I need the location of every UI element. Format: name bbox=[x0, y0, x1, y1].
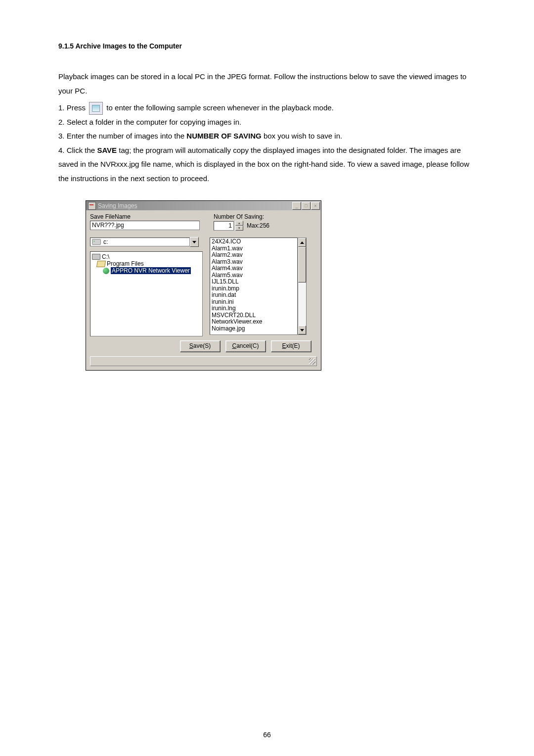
number-of-saving-label: Number Of Saving: bbox=[214, 213, 317, 220]
spinner-up-icon[interactable]: ▴ bbox=[235, 221, 243, 226]
list-item[interactable]: 24X24.ICO bbox=[212, 238, 296, 245]
dialog-title: Saving Images bbox=[98, 202, 292, 209]
list-item[interactable]: IJL15.DLL bbox=[212, 279, 296, 285]
tree-label-c: C:\ bbox=[102, 253, 109, 260]
step4-text-a: 4. Click the bbox=[58, 146, 97, 154]
step3-text-b: box you wish to save in. bbox=[262, 132, 342, 140]
intro-text: Playback images can be stored in a local… bbox=[58, 70, 476, 98]
step1-text-b: to enter the following sample screen whe… bbox=[106, 103, 333, 112]
tree-item-program-files[interactable]: Program Files bbox=[92, 260, 201, 267]
step3: 3. Enter the number of images into the N… bbox=[58, 129, 476, 143]
file-list-panel: 24X24.ICO Alarm1.wav Alarm2.wav Alarm3.w… bbox=[210, 237, 307, 335]
list-item[interactable]: Alarm4.wav bbox=[212, 265, 296, 272]
scroll-up-button[interactable] bbox=[298, 238, 306, 247]
app-icon bbox=[88, 202, 96, 210]
exit-button[interactable]: Exit(E) bbox=[271, 340, 312, 352]
drive-icon bbox=[92, 239, 101, 245]
tree-label-pf: Program Files bbox=[107, 260, 144, 267]
chevron-down-icon bbox=[192, 241, 196, 243]
list-item[interactable]: irunin.lng bbox=[212, 305, 296, 312]
file-list-scrollbar[interactable] bbox=[298, 237, 307, 335]
list-item[interactable]: irunin.ini bbox=[212, 299, 296, 306]
save-filename-label: Save FileName bbox=[90, 213, 207, 220]
step3-bold: NUMBER OF SAVING bbox=[186, 132, 261, 140]
step2: 2. Select a folder in the computer for c… bbox=[58, 115, 476, 130]
list-item[interactable]: Alarm3.wav bbox=[212, 259, 296, 266]
list-item[interactable]: NetworkViewer.exe bbox=[212, 319, 296, 326]
max-label: Max:256 bbox=[247, 222, 269, 229]
list-item[interactable]: Alarm1.wav bbox=[212, 245, 296, 252]
resize-grip-icon[interactable] bbox=[309, 358, 315, 365]
step1-text-a: 1. Press bbox=[58, 103, 88, 112]
spinner-down-icon[interactable]: ▾ bbox=[235, 226, 243, 231]
save-filename-input[interactable]: NVR???.jpg bbox=[90, 221, 200, 230]
file-list[interactable]: 24X24.ICO Alarm1.wav Alarm2.wav Alarm3.w… bbox=[210, 237, 298, 335]
step1: 1. Press to enter the following sample s… bbox=[58, 101, 476, 115]
list-item[interactable]: Noimage.jpg bbox=[212, 326, 296, 332]
tree-item-c[interactable]: C:\ bbox=[92, 253, 201, 260]
step4-bold: SAVE bbox=[97, 146, 117, 154]
step3-text-a: 3. Enter the number of images into the bbox=[58, 132, 186, 140]
list-item[interactable]: irunin.dat bbox=[212, 292, 296, 299]
step4-text-b: tag; the program will automatically copy… bbox=[58, 146, 469, 183]
save-tool-icon bbox=[89, 102, 103, 115]
close-button[interactable]: × bbox=[311, 202, 320, 210]
list-item[interactable]: irunin.bmp bbox=[212, 285, 296, 292]
folder-tree[interactable]: C:\ Program Files APPRO NVR Network View… bbox=[90, 251, 203, 336]
step4: 4. Click the SAVE tag; the program will … bbox=[58, 143, 476, 186]
intro-paragraph: Playback images can be stored in a local… bbox=[58, 70, 476, 98]
list-item[interactable]: Alarm2.wav bbox=[212, 252, 296, 259]
scroll-down-button[interactable] bbox=[298, 326, 306, 334]
dialog-titlebar: Saving Images _ □ × bbox=[86, 201, 321, 210]
tree-item-appro-selected[interactable]: APPRO NVR Network Viewer bbox=[92, 267, 201, 274]
scroll-track[interactable] bbox=[298, 247, 306, 326]
number-spinner[interactable]: ▴ ▾ bbox=[235, 221, 243, 231]
hdd-icon bbox=[92, 254, 100, 260]
drive-dropdown-button[interactable] bbox=[190, 237, 199, 247]
number-of-saving-input[interactable]: 1 bbox=[214, 221, 234, 231]
chevron-down-icon bbox=[300, 329, 304, 331]
minimize-button[interactable]: _ bbox=[292, 202, 301, 210]
drive-label: c: bbox=[103, 238, 108, 245]
chevron-up-icon bbox=[300, 241, 304, 244]
folder-open-icon bbox=[96, 261, 106, 267]
list-item[interactable]: MSVCRT20.DLL bbox=[212, 312, 296, 319]
save-button[interactable]: Save(S) bbox=[180, 340, 221, 352]
globe-icon bbox=[103, 268, 109, 274]
list-item[interactable]: Alarm5.wav bbox=[212, 272, 296, 279]
section-heading: 9.1.5 Archive Images to the Computer bbox=[58, 42, 476, 50]
tree-label-appro: APPRO NVR Network Viewer bbox=[111, 267, 191, 274]
status-bar bbox=[90, 356, 317, 366]
drive-combo[interactable]: c: bbox=[90, 237, 199, 246]
saving-images-dialog: Saving Images _ □ × Save FileName NVR???… bbox=[86, 200, 321, 371]
page-number: 66 bbox=[0, 731, 534, 739]
scroll-thumb[interactable] bbox=[298, 247, 306, 283]
maximize-button[interactable]: □ bbox=[302, 202, 311, 210]
cancel-button[interactable]: Cancel(C) bbox=[225, 340, 266, 352]
